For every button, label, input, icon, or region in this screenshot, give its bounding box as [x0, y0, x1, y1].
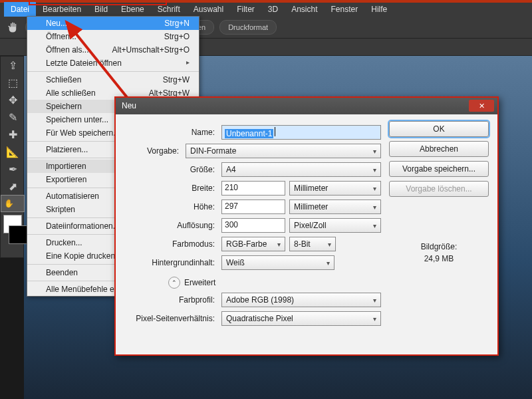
colormode-select[interactable]: RGB-Farbe: [221, 237, 285, 251]
par-select[interactable]: Quadratische Pixel: [221, 311, 381, 326]
tool-button[interactable]: ✎: [1, 108, 25, 126]
height-label: Höhe:: [124, 202, 217, 211]
dialog-titlebar[interactable]: Neu ✕: [115, 97, 498, 114]
tool-button[interactable]: ✒: [1, 160, 25, 178]
menu-item[interactable]: Öffnen als...Alt+Umschalt+Strg+O: [27, 43, 199, 57]
size-label: Größe:: [124, 165, 217, 174]
menu-bild[interactable]: Bild: [88, 2, 114, 17]
save-preset-button[interactable]: Vorgabe speichern...: [389, 161, 489, 177]
menu-fenster[interactable]: Fenster: [325, 2, 365, 17]
bgcontent-select[interactable]: Weiß: [221, 255, 334, 270]
hand-tool-icon[interactable]: [5, 20, 20, 35]
height-unit-select[interactable]: Millimeter: [289, 200, 381, 214]
tool-button[interactable]: ⬚: [1, 74, 25, 91]
close-button[interactable]: ✕: [469, 100, 494, 112]
preset-select[interactable]: DIN-Formate: [186, 144, 381, 158]
tool-button[interactable]: ⬈: [1, 178, 25, 195]
tool-button[interactable]: ⇪: [1, 57, 25, 74]
tool-button[interactable]: ✚: [1, 126, 25, 143]
width-unit-select[interactable]: Millimeter: [289, 181, 381, 196]
hand-tool[interactable]: ✋: [1, 195, 25, 212]
imagesize-value: 24,9 MB: [389, 253, 489, 265]
colormode-label: Farbmodus:: [124, 239, 217, 249]
size-select[interactable]: A4: [221, 162, 381, 177]
menu-bearbeiten[interactable]: Bearbeiten: [36, 2, 88, 17]
bitdepth-select[interactable]: 8-Bit: [289, 237, 336, 251]
bgcontent-label: Hintergrundinhalt:: [124, 258, 217, 267]
background-swatch[interactable]: [9, 225, 27, 244]
menu-hilfe[interactable]: Hilfe: [364, 2, 394, 17]
dialog-title: Neu: [122, 101, 136, 110]
tool-button[interactable]: 📐: [1, 143, 25, 160]
preset-label: Vorgabe:: [124, 146, 182, 156]
width-input[interactable]: 210: [221, 181, 285, 196]
name-input[interactable]: Unbenannt-1: [221, 125, 381, 140]
option-pill[interactable]: Druckformat: [219, 20, 277, 35]
width-label: Breite:: [124, 184, 217, 193]
resolution-label: Auflösung:: [124, 221, 217, 230]
menu-3d[interactable]: 3D: [261, 2, 285, 17]
height-input[interactable]: 297: [221, 200, 285, 214]
menu-item[interactable]: SchließenStrg+W: [27, 73, 199, 86]
menubar: Datei Bearbeiten Bild Ebene Schrift Ausw…: [0, 0, 532, 16]
delete-preset-button[interactable]: Vorgabe löschen...: [389, 181, 489, 197]
imagesize-label: Bildgröße:: [389, 241, 489, 253]
toolbox: ⇪ ⬚ ✥ ✎ ✚ 📐 ✒ ⬈ ✋: [0, 56, 24, 258]
resolution-unit-select[interactable]: Pixel/Zoll: [289, 218, 381, 233]
name-label: Name:: [124, 128, 217, 137]
profile-select[interactable]: Adobe RGB (1998): [221, 293, 381, 307]
profile-label: Farbprofil:: [124, 295, 217, 305]
advanced-label: Erweitert: [184, 278, 215, 287]
cancel-button[interactable]: Abbrechen: [389, 141, 489, 157]
tool-button[interactable]: ✥: [1, 91, 25, 108]
new-document-dialog: Neu ✕ Name: Unbenannt-1 Vorgabe: DIN-For…: [114, 96, 499, 356]
par-label: Pixel-Seitenverhältnis:: [124, 314, 217, 323]
menu-item[interactable]: Neu...Strg+N: [27, 17, 199, 30]
menu-ebene[interactable]: Ebene: [114, 2, 151, 17]
menu-datei[interactable]: Datei: [4, 2, 36, 17]
ok-button[interactable]: OK: [389, 121, 489, 137]
menu-filter[interactable]: Filter: [230, 2, 261, 17]
menu-auswahl[interactable]: Auswahl: [187, 2, 230, 17]
menu-ansicht[interactable]: Ansicht: [285, 2, 324, 17]
resolution-input[interactable]: 300: [221, 218, 285, 233]
menu-schrift[interactable]: Schrift: [151, 2, 187, 17]
menu-item[interactable]: Letzte Dateien öffnen: [27, 57, 199, 70]
advanced-toggle[interactable]: ⌃: [168, 277, 180, 289]
menu-item[interactable]: Öffnen...Strg+O: [27, 30, 199, 43]
